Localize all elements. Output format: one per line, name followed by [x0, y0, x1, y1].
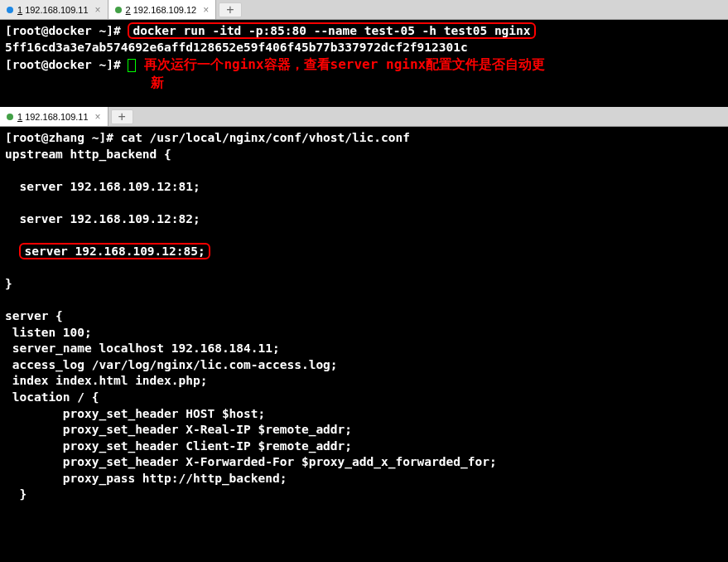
tab-ip: 192.168.109.12 [133, 5, 196, 15]
terminal-zhang[interactable]: [root@zhang ~]# cat /usr/local/nginx/con… [0, 127, 728, 562]
config-line: server_name localhost 192.168.184.11; [5, 342, 280, 355]
config-line: proxy_set_header Client-IP $remote_addr; [5, 439, 352, 453]
bottom-tab-bar: 1 192.168.109.11 × + [0, 107, 728, 127]
close-icon[interactable]: × [95, 4, 101, 16]
new-tab-button[interactable]: + [219, 2, 241, 17]
config-line: proxy_pass http://http_backend; [5, 472, 287, 485]
config-line: proxy_set_header HOST $host; [5, 407, 265, 420]
config-line: server { [5, 309, 63, 322]
config-line: listen 100; [5, 326, 92, 339]
config-line: server 192.168.109.12:82; [5, 212, 200, 225]
shell-prompt: [root@docker ~]# [5, 58, 128, 71]
tab-ip: 192.168.109.11 [25, 5, 88, 15]
status-dot-icon [7, 7, 13, 13]
config-line: upstream http_backend { [5, 148, 171, 161]
shell-prompt: [root@docker ~]# [5, 24, 128, 37]
tab-ip: 192.168.109.11 [25, 112, 88, 122]
cursor-icon [128, 59, 136, 72]
highlighted-server-line: server 192.168.109.12:85; [19, 243, 210, 259]
highlighted-command: docker run -itd -p:85:80 --name test-05 … [128, 22, 535, 39]
tab-number: 2 [126, 5, 131, 15]
top-tab-bar: 1 192.168.109.11 × 2 192.168.109.12 × + [0, 0, 728, 20]
tab-host1-bottom[interactable]: 1 192.168.109.11 × [0, 107, 108, 126]
close-icon[interactable]: × [95, 111, 101, 123]
close-icon[interactable]: × [203, 4, 209, 16]
status-dot-icon [7, 114, 13, 120]
new-tab-button[interactable]: + [111, 109, 133, 124]
config-line: proxy_set_header X-Real-IP $remote_addr; [5, 423, 352, 436]
container-id-output: 5ff16cd3a3e7ab574692e6affd128652e59f406f… [5, 41, 468, 54]
tab-host2[interactable]: 2 192.168.109.12 × [108, 0, 217, 19]
config-line: } [5, 277, 12, 290]
shell-prompt: [root@zhang ~]# [5, 131, 121, 144]
tab-number: 1 [17, 112, 22, 122]
tab-number: 1 [17, 5, 22, 15]
config-line: } [5, 487, 27, 501]
tab-host1[interactable]: 1 192.168.109.11 × [0, 0, 108, 19]
config-line: server 192.168.109.12:81; [5, 180, 200, 193]
config-line: index index.html index.php; [5, 374, 207, 387]
terminal-docker[interactable]: [root@docker ~]# docker run -itd -p:85:8… [0, 20, 728, 107]
config-line: access_log /var/log/nginx/lic.com-access… [5, 358, 338, 371]
status-dot-icon [115, 7, 122, 13]
annotation-text: 再次运行一个nginx容器，查看server nginx配置文件是否自动更 [144, 56, 545, 72]
config-line: proxy_set_header X-Forwarded-For $proxy_… [5, 455, 497, 468]
config-line: location / { [5, 390, 99, 404]
cat-command: cat /usr/local/nginx/conf/vhost/lic.conf [121, 131, 410, 144]
annotation-text: 新 [151, 75, 164, 90]
